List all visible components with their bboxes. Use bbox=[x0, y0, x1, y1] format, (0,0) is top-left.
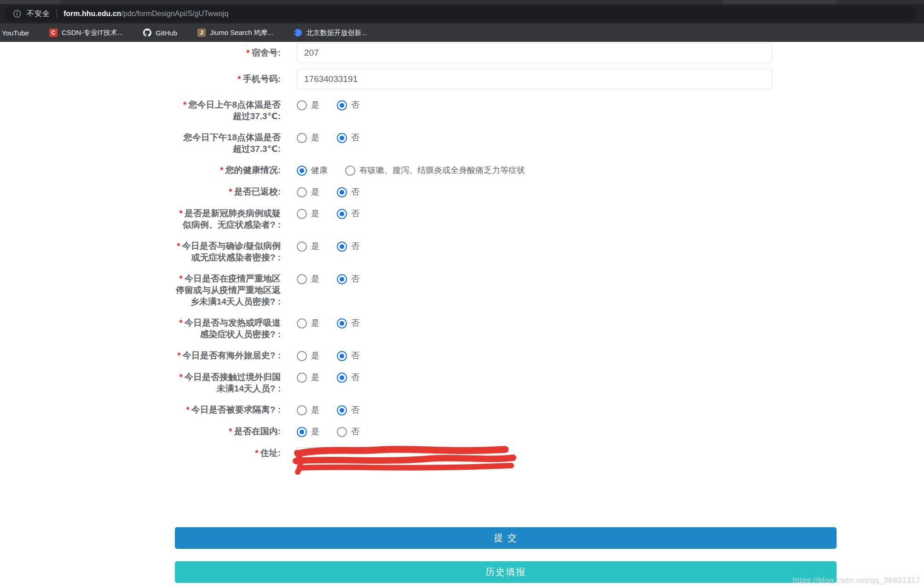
radio-icon bbox=[345, 166, 355, 176]
radio-option-yes[interactable]: 是 bbox=[297, 426, 319, 437]
bookmark-beijing-data[interactable]: 北京数据开放创新... bbox=[294, 29, 367, 37]
radio-group-in-country: 是 否 bbox=[297, 426, 837, 437]
radio-icon bbox=[297, 187, 307, 197]
radio-icon bbox=[337, 133, 347, 143]
radio-option-no[interactable]: 否 bbox=[337, 372, 359, 383]
radio-option-yes[interactable]: 是 bbox=[297, 99, 319, 111]
screen: 不安全 form.hhu.edu.cn/pdc/formDesignApi/S/… bbox=[0, 0, 924, 587]
required-asterisk: * bbox=[186, 405, 189, 414]
form-row-temp-evening: *您今日下午18点体温是否超过37.3℃: 是 否 bbox=[175, 132, 837, 155]
form-row-address: *住址: bbox=[175, 447, 837, 470]
radio-option-no[interactable]: 否 bbox=[337, 404, 359, 416]
field-label: *今日是否被要求隔离? : bbox=[175, 404, 281, 416]
radio-group-fever-contact: 是 否 bbox=[297, 317, 837, 340]
active-tab-edge[interactable] bbox=[0, 0, 61, 4]
required-asterisk: * bbox=[237, 74, 241, 84]
bookmark-youtube[interactable]: YouTube bbox=[2, 29, 29, 37]
field-label: *您今日下午18点体温是否超过37.3℃: bbox=[175, 132, 281, 155]
field-label: *今日是否与发热或呼吸道感染症状人员密接? : bbox=[175, 317, 281, 340]
radio-option-no[interactable]: 否 bbox=[337, 350, 359, 362]
url-divider bbox=[57, 10, 57, 18]
radio-option-yes[interactable]: 是 bbox=[297, 241, 319, 252]
radio-icon bbox=[297, 373, 307, 383]
radio-option-no[interactable]: 否 bbox=[337, 186, 359, 198]
beijing-data-icon bbox=[294, 29, 302, 37]
radio-group-quarantine-required: 是 否 bbox=[297, 404, 837, 416]
field-label: *您的健康情况: bbox=[175, 164, 281, 176]
required-asterisk: * bbox=[183, 100, 186, 109]
form-row-health-status: *您的健康情况: 健康 有咳嗽、腹泻、结膜炎或全身酸痛乏力等症状 bbox=[175, 164, 837, 176]
required-asterisk: * bbox=[255, 448, 258, 458]
jiumo-icon: J bbox=[197, 29, 206, 37]
radio-group-returned-school: 是 否 bbox=[297, 186, 837, 198]
radio-option-yes[interactable]: 是 bbox=[297, 132, 319, 144]
radio-option-no[interactable]: 否 bbox=[337, 317, 359, 329]
form-row-severe-area: *今日是否在疫情严重地区停留或与从疫情严重地区返乡未满14天人员密接? : 是 … bbox=[175, 273, 837, 307]
url-bar[interactable]: 不安全 form.hhu.edu.cn/pdc/formDesignApi/S/… bbox=[5, 6, 916, 22]
required-asterisk: * bbox=[220, 165, 223, 175]
form-row-temp-morning: *您今日上午8点体温是否超过37.3℃: 是 否 bbox=[175, 99, 837, 122]
radio-option-no[interactable]: 否 bbox=[337, 208, 359, 219]
required-asterisk: * bbox=[229, 426, 232, 436]
inactive-tab-edge[interactable] bbox=[723, 0, 836, 4]
form-row-in-country: *是否在国内: 是 否 bbox=[175, 426, 837, 437]
phone-number-input[interactable] bbox=[297, 69, 772, 89]
radio-option-healthy[interactable]: 健康 bbox=[297, 165, 328, 176]
radio-group-covid-case: 是 否 bbox=[297, 207, 837, 230]
form-row-overseas-returnee-contact: *今日是否接触过境外归国未满14天人员? : 是 否 bbox=[175, 371, 837, 394]
required-asterisk: * bbox=[246, 48, 249, 58]
radio-icon bbox=[337, 187, 347, 197]
radio-option-no[interactable]: 否 bbox=[337, 132, 359, 144]
radio-icon bbox=[297, 166, 307, 176]
form-row-overseas-history: *今日是否有海外旅居史? : 是 否 bbox=[175, 350, 837, 362]
field-label: *今日是否有海外旅居史? : bbox=[175, 350, 281, 362]
required-asterisk: * bbox=[229, 187, 232, 196]
address-city-select[interactable] bbox=[388, 447, 442, 469]
bookmark-csdn[interactable]: C CSDN-专业IT技术... bbox=[49, 29, 123, 37]
radio-icon bbox=[297, 209, 307, 219]
radio-group-overseas-returnee-contact: 是 否 bbox=[297, 371, 837, 394]
radio-icon bbox=[337, 318, 347, 328]
radio-option-yes[interactable]: 是 bbox=[297, 372, 319, 383]
field-label: *今日是否接触过境外归国未满14天人员? : bbox=[175, 371, 281, 394]
radio-option-yes[interactable]: 是 bbox=[297, 404, 319, 416]
radio-group-temp-evening: 是 否 bbox=[297, 132, 837, 155]
bookmark-github[interactable]: GitHub bbox=[143, 29, 177, 37]
radio-option-no[interactable]: 否 bbox=[337, 426, 359, 437]
dorm-number-input[interactable] bbox=[297, 43, 772, 63]
radio-icon bbox=[337, 274, 347, 284]
radio-option-yes[interactable]: 是 bbox=[297, 273, 319, 285]
address-district-select[interactable] bbox=[441, 447, 493, 469]
url-path: /pdc/formDesignApi/S/gUTwwojq bbox=[121, 10, 228, 18]
radio-option-yes[interactable]: 是 bbox=[297, 350, 319, 362]
history-button[interactable]: 历史填报 bbox=[175, 561, 837, 583]
radio-icon bbox=[297, 274, 307, 284]
radio-option-yes[interactable]: 是 bbox=[297, 186, 319, 198]
radio-option-yes[interactable]: 是 bbox=[297, 208, 319, 219]
bookmarks-bar: YouTube C CSDN-专业IT技术... GitHub J Jiumo … bbox=[0, 23, 924, 42]
radio-icon bbox=[337, 242, 347, 252]
form-row-covid-case: *是否是新冠肺炎病例或疑似病例、无症状感染者? : 是 否 bbox=[175, 207, 837, 230]
csdn-icon: C bbox=[49, 29, 58, 37]
radio-icon bbox=[337, 373, 347, 383]
address-province-select[interactable] bbox=[297, 447, 389, 469]
form-row-quarantine-required: *今日是否被要求隔离? : 是 否 bbox=[175, 404, 837, 416]
radio-option-no[interactable]: 否 bbox=[337, 99, 359, 111]
form-row-returned-school: *是否已返校: 是 否 bbox=[175, 186, 837, 198]
radio-option-no[interactable]: 否 bbox=[337, 273, 359, 285]
field-label: *住址: bbox=[175, 447, 281, 470]
radio-icon bbox=[337, 405, 347, 415]
security-label: 不安全 bbox=[27, 9, 50, 19]
radio-option-symptoms[interactable]: 有咳嗽、腹泻、结膜炎或全身酸痛乏力等症状 bbox=[345, 165, 525, 176]
info-icon[interactable] bbox=[13, 10, 21, 18]
submit-button[interactable]: 提 交 bbox=[175, 527, 837, 549]
radio-option-no[interactable]: 否 bbox=[337, 241, 359, 252]
form-row-dorm: *宿舍号: bbox=[175, 43, 837, 63]
radio-icon bbox=[297, 427, 307, 437]
bookmark-jiumo[interactable]: J Jiumo Search 鸠摩... bbox=[197, 29, 273, 37]
radio-icon bbox=[337, 427, 347, 437]
radio-option-yes[interactable]: 是 bbox=[297, 317, 319, 329]
field-label: *您今日上午8点体温是否超过37.3℃: bbox=[175, 99, 281, 122]
health-declaration-form: *宿舍号: *手机号码: *您今日上午8点体温是否超过37.3℃: 是 否 *您… bbox=[175, 42, 837, 470]
url-domain: form.hhu.edu.cn bbox=[64, 10, 121, 18]
